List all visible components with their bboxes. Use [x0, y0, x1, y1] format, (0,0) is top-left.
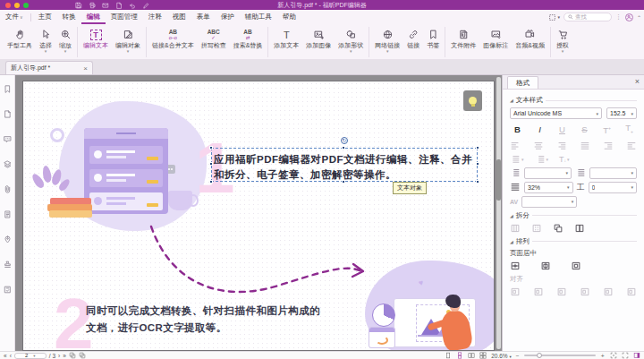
split-cells-button[interactable]: [574, 223, 585, 234]
panel-toggle-icon[interactable]: [633, 352, 640, 359]
toolbar-搜索&替换[interactable]: AB⇄搜索&替换: [230, 27, 267, 57]
section-header[interactable]: ◢排列: [510, 237, 637, 246]
resize-handle[interactable]: [476, 146, 479, 150]
previous-view-icon[interactable]: [69, 352, 76, 359]
numbered-list-button[interactable]: ▾: [535, 154, 549, 165]
toolbar-拼写检查[interactable]: ABC✓拼写检查: [198, 27, 230, 57]
resize-handle[interactable]: [476, 162, 479, 166]
resize-handle[interactable]: [342, 146, 345, 150]
toolbar-图像标注[interactable]: 图像标注: [479, 27, 512, 57]
resize-handle[interactable]: [476, 180, 479, 184]
search-input[interactable]: 查找: [564, 13, 612, 21]
char-spacing-select[interactable]: 0▾: [589, 182, 638, 193]
maximize-window-button[interactable]: [23, 3, 29, 8]
resize-handle[interactable]: [342, 180, 345, 184]
toolbar-文件附件[interactable]: 文件附件: [447, 27, 479, 57]
lightbulb-note-icon[interactable]: [463, 90, 482, 111]
continuous-facing-icon[interactable]: [479, 352, 487, 359]
toolbar-添加形状[interactable]: 添加形状▾: [335, 27, 367, 57]
toolbar-网络链接[interactable]: 网络链接▾: [371, 27, 403, 57]
toolbar-授权[interactable]: 授权▾: [553, 27, 572, 57]
text-direction-button[interactable]: T↓▾: [559, 155, 570, 164]
snapshot-tool-button[interactable]: ▾: [548, 13, 560, 21]
obj-align-vcenter-button[interactable]: [603, 286, 614, 297]
align-justify-button[interactable]: [580, 141, 590, 151]
subscript-button[interactable]: T+: [622, 122, 637, 138]
menu-2-编辑[interactable]: 编辑: [81, 10, 106, 24]
nav-stamp-icon[interactable]: [3, 260, 13, 269]
mail-icon[interactable]: [102, 2, 109, 9]
paragraph-select[interactable]: ▾: [589, 167, 637, 179]
obj-align-left-button[interactable]: [510, 286, 521, 297]
bold-button[interactable]: B: [510, 124, 525, 135]
zoom-out-button[interactable]: −: [516, 353, 520, 359]
close-tab-icon[interactable]: ×: [83, 64, 88, 73]
vertical-scrollbar[interactable]: [496, 77, 501, 349]
underline-button[interactable]: U: [555, 124, 570, 135]
obj-align-right-button[interactable]: [556, 286, 567, 297]
resize-handle[interactable]: [209, 180, 213, 184]
facing-pages-icon[interactable]: [468, 352, 475, 359]
menu-4-注释[interactable]: 注释: [143, 10, 167, 24]
undo-icon[interactable]: [129, 2, 136, 9]
menu-8-辅助工具[interactable]: 辅助工具: [240, 10, 277, 24]
indent-decrease-button[interactable]: [603, 141, 614, 151]
center-both-button[interactable]: [571, 261, 581, 271]
zoom-level[interactable]: 20.6% ▾: [491, 353, 512, 359]
selection-box[interactable]: ↻: [211, 148, 478, 182]
document-tab[interactable]: 新人引导.pdf * ×: [5, 61, 93, 74]
zoom-slider[interactable]: [524, 355, 596, 356]
font-family-select[interactable]: Arial Unicode MS▾: [510, 107, 602, 119]
align-left-button[interactable]: [510, 141, 521, 151]
fit-page-icon[interactable]: [610, 352, 617, 359]
nav-pages-icon[interactable]: [3, 209, 13, 219]
align-right-button[interactable]: [556, 141, 567, 151]
menu-3-页面管理[interactable]: 页面管理: [106, 10, 143, 24]
toolbar-编辑对象[interactable]: 编辑对象▾: [112, 27, 144, 57]
kerning-select[interactable]: ▾: [521, 196, 577, 208]
account-avatar[interactable]: [625, 13, 633, 21]
split-columns-button[interactable]: [510, 223, 521, 234]
nav-comments-icon[interactable]: [3, 134, 13, 144]
tab-format[interactable]: 格式: [507, 76, 538, 89]
zoom-slider-knob[interactable]: [537, 353, 542, 358]
section-header[interactable]: ◢文本样式: [510, 96, 637, 105]
print-icon[interactable]: [89, 2, 96, 9]
close-panel-icon[interactable]: ×: [635, 77, 640, 86]
last-page-button[interactable]: »: [63, 353, 66, 359]
obj-align-hcenter-button[interactable]: [533, 286, 544, 297]
scrollbar-thumb[interactable]: [496, 159, 501, 201]
rotate-handle[interactable]: ↻: [341, 137, 348, 144]
bullet-list-button[interactable]: ▾: [510, 154, 524, 165]
zoom-in-button[interactable]: ＋: [600, 352, 606, 359]
nav-bookmark-icon[interactable]: [3, 84, 13, 94]
toolbar-缩放[interactable]: 缩放▾: [55, 27, 75, 57]
menu-0-主页[interactable]: 主页: [33, 10, 57, 24]
toolbar-书签[interactable]: 书签: [423, 27, 443, 57]
prev-page-button[interactable]: ‹: [10, 353, 12, 359]
minimize-window-button[interactable]: [14, 3, 20, 8]
nav-destinations-icon[interactable]: [3, 235, 13, 244]
toolbar-链接&合并文本[interactable]: ABo–o链接&合并文本: [148, 27, 198, 57]
full-screen-icon[interactable]: [622, 352, 629, 359]
menu-7-保护[interactable]: 保护: [216, 10, 240, 24]
superscript-button[interactable]: T+: [599, 123, 614, 136]
next-view-icon[interactable]: [79, 352, 86, 359]
toolbar-添加文本[interactable]: T添加文本: [270, 27, 302, 57]
italic-button[interactable]: I: [532, 124, 547, 135]
split-rows-button[interactable]: [531, 223, 542, 234]
resize-handle[interactable]: [209, 146, 213, 150]
nav-page-thumbnails-icon[interactable]: [3, 109, 13, 119]
menu-1-转换[interactable]: 转换: [57, 10, 81, 24]
align-center-button[interactable]: [533, 141, 544, 151]
line-spacing-select[interactable]: 32%▾: [524, 182, 573, 193]
strikethrough-button[interactable]: S: [577, 124, 592, 135]
toolbar-编辑文本[interactable]: T编辑文本: [80, 27, 112, 57]
font-size-select[interactable]: 152.5▾: [606, 107, 637, 119]
menu-6-表单[interactable]: 表单: [191, 10, 216, 24]
obj-align-top-button[interactable]: [580, 286, 590, 297]
close-window-button[interactable]: [5, 3, 11, 8]
center-vertical-button[interactable]: [540, 261, 551, 271]
single-page-icon[interactable]: [445, 352, 452, 359]
page-number-input[interactable]: 2▾: [14, 353, 47, 359]
